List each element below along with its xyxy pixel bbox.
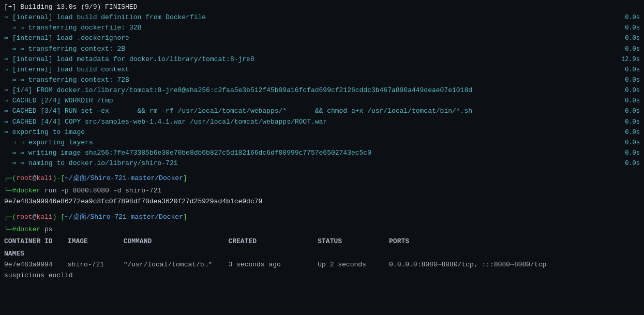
prompt2-cmd-line: └─ # docker ps	[0, 224, 644, 235]
build-line-12: ⇒ ⇒ exporting layers 0.0s	[0, 138, 644, 148]
prompt1-cmd-line: └─ # docker run -p 8080:8080 -d shiro-72…	[0, 185, 644, 197]
table-row-names: suspicious_euclid	[0, 271, 644, 281]
build-line-13: ⇒ ⇒ writing image sha256:7fe473385b6e30e…	[0, 148, 644, 158]
build-line-0: ⇒ [internal] load build definition from …	[0, 12, 644, 23]
table-header: CONTAINER ID IMAGE COMMAND CREATED STATU…	[0, 235, 644, 248]
blank-line-2	[0, 207, 644, 211]
build-line-3: ⇒ ⇒ transferring context: 2B 0.0s	[0, 44, 644, 54]
build-line-10: ⇒ CACHED [4/4] COPY src/samples-web-1.4.…	[0, 117, 644, 127]
build-header-line: [+] Building 13.0s (9/9) FINISHED	[0, 2, 644, 12]
prompt2-line: ┌─( root @ kali )-[ ~/桌面/Shiro-721-maste…	[0, 212, 644, 223]
build-line-8: ⇒ CACHED [2/4] WORKDIR /tmp 0.0s	[0, 96, 644, 106]
build-line-11: ⇒ exporting to image 0.0s	[0, 127, 644, 138]
build-line-1: ⇒ ⇒ transferring dockerfile: 32B 0.0s	[0, 23, 644, 33]
build-line-9: ⇒ CACHED [3/4] RUN set -ex && rm -rf /us…	[0, 106, 644, 116]
build-line-6: ⇒ ⇒ transferring context: 72B 0.0s	[0, 75, 644, 85]
table-header-names: NAMES	[0, 248, 644, 260]
build-header-text: [+] Building 13.0s (9/9) FINISHED	[4, 2, 137, 12]
container-id-output: 9e7e483a99946e86272ea9c8fc0f7898df70dea3…	[0, 197, 644, 207]
build-line-4: ⇒ [internal] load metadata for docker.io…	[0, 54, 644, 65]
table-row: 9e7e483a9994 shiro-721 "/usr/local/tomca…	[0, 260, 644, 271]
build-line-14: ⇒ ⇒ naming to docker.io/library/shiro-72…	[0, 158, 644, 169]
terminal-window: [+] Building 13.0s (9/9) FINISHED ⇒ [int…	[0, 0, 644, 315]
build-line-7: ⇒ [1/4] FROM docker.io/library/tomcat:8-…	[0, 85, 644, 96]
blank-line-1	[0, 169, 644, 172]
prompt1-line: ┌─( root @ kali )-[ ~/桌面/Shiro-721-maste…	[0, 173, 644, 184]
build-line-5: ⇒ [internal] load build context 0.0s	[0, 65, 644, 75]
build-line-2: ⇒ [internal] load .dockerignore 0.0s	[0, 33, 644, 43]
